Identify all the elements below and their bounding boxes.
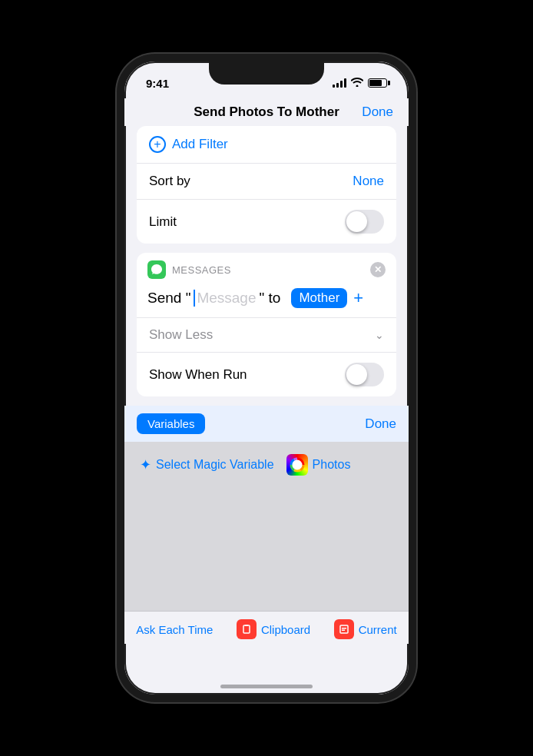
select-magic-label: Select Magic Variable [156, 458, 274, 472]
toggle-knob-2 [346, 364, 367, 385]
notch [209, 61, 324, 85]
close-button[interactable]: ✕ [370, 262, 386, 277]
messages-app-icon [147, 260, 166, 279]
page-title: Send Photos To Mother [194, 104, 339, 120]
sort-by-label: Sort by [149, 174, 190, 189]
bottom-toolbar: Ask Each Time Clipboard Current [124, 611, 409, 644]
ask-each-time-label: Ask Each Time [136, 623, 213, 636]
select-magic-variable[interactable]: ✦ Select Magic Variable [140, 456, 274, 473]
show-less-row[interactable]: Show Less ⌄ [137, 317, 396, 352]
status-icons [333, 78, 387, 89]
toggle-knob [346, 211, 367, 232]
messages-card: MESSAGES ✕ Send " Message " to Mother + … [137, 253, 396, 396]
filter-card: + Add Filter Sort by None Limit [137, 126, 396, 244]
limit-toggle[interactable] [345, 210, 384, 234]
main-content: + Add Filter Sort by None Limit [124, 126, 409, 406]
svg-rect-1 [243, 625, 250, 633]
photos-app-icon [286, 454, 308, 476]
add-recipient-button[interactable]: + [353, 288, 363, 308]
send-text: Send " [147, 290, 190, 307]
variables-badge[interactable]: Variables [137, 413, 205, 434]
battery-icon [368, 78, 387, 88]
status-time: 9:41 [146, 77, 169, 90]
clipboard-label: Clipboard [261, 623, 310, 636]
home-indicator [220, 685, 313, 688]
clipboard-icon [237, 619, 257, 639]
nav-done-button[interactable]: Done [362, 104, 393, 120]
current-label: Current [359, 623, 397, 636]
phone-frame: 9:41 Send Photos To Mother Done [117, 54, 416, 702]
variables-bar: Variables Done [124, 406, 409, 442]
show-less-label: Show Less [149, 327, 213, 343]
add-filter-label: Add Filter [172, 137, 228, 152]
current-item[interactable]: Current [334, 619, 397, 639]
chevron-down-icon: ⌄ [375, 329, 384, 341]
magic-variable-row: ✦ Select Magic Variable Photos [140, 454, 393, 476]
add-filter-icon: + [149, 136, 166, 153]
sort-by-row[interactable]: Sort by None [137, 164, 396, 200]
send-message-row: Send " Message " to Mother + [137, 284, 396, 317]
recipient-badge[interactable]: Mother [291, 288, 347, 308]
photos-label: Photos [313, 458, 351, 472]
messages-header: MESSAGES ✕ [137, 253, 396, 284]
svg-rect-2 [245, 625, 248, 626]
show-when-run-label: Show When Run [149, 367, 247, 383]
clipboard-item[interactable]: Clipboard [237, 619, 310, 639]
limit-row[interactable]: Limit [137, 200, 396, 244]
sort-by-value: None [353, 174, 384, 189]
photos-variable[interactable]: Photos [286, 454, 351, 476]
add-filter-row[interactable]: + Add Filter [137, 126, 396, 164]
message-input[interactable]: Message [194, 290, 256, 307]
messages-section-label: MESSAGES [172, 264, 231, 276]
svg-rect-4 [342, 628, 346, 629]
to-text: " to [260, 290, 281, 307]
nav-header: Send Photos To Mother Done [124, 98, 409, 126]
show-when-run-row[interactable]: Show When Run [137, 352, 396, 396]
variables-content: ✦ Select Magic Variable Photos [124, 442, 409, 611]
svg-rect-3 [340, 625, 348, 633]
variables-done-button[interactable]: Done [365, 416, 396, 432]
signal-icon [333, 78, 346, 88]
ask-each-time-item[interactable]: Ask Each Time [136, 623, 213, 636]
show-when-run-toggle[interactable] [345, 363, 384, 386]
current-icon [334, 619, 354, 639]
svg-rect-5 [342, 630, 345, 632]
messages-title-row: MESSAGES [147, 260, 231, 279]
magic-wand-icon: ✦ [140, 456, 151, 473]
wifi-icon [351, 78, 363, 89]
limit-label: Limit [149, 214, 177, 230]
